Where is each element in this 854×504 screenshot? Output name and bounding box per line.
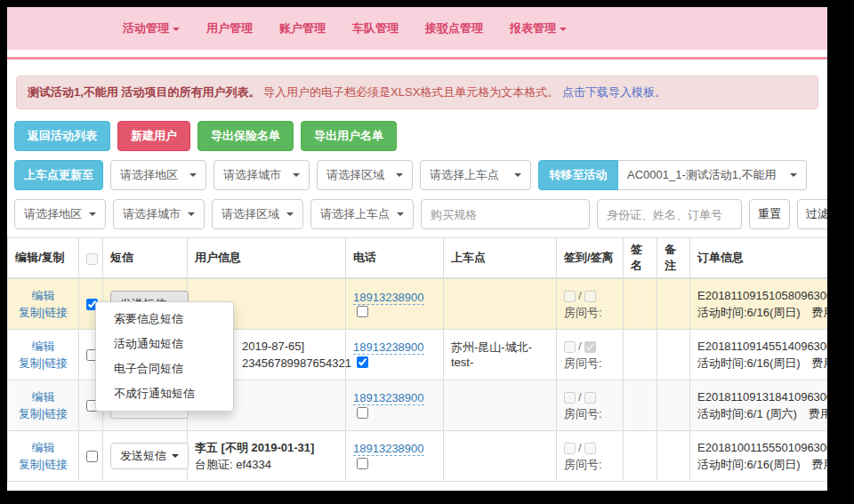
- phone-checkbox[interactable]: [357, 356, 368, 368]
- phone-link[interactable]: 18913238900: [353, 391, 424, 405]
- sign-in-checkbox: [564, 291, 576, 302]
- transfer-to-activity-button[interactable]: 转移至活动: [538, 160, 618, 190]
- phone-checkbox[interactable]: [357, 458, 368, 469]
- back-to-activity-list-button[interactable]: 返回活动列表: [14, 121, 110, 151]
- edit-link[interactable]: 编辑: [32, 390, 55, 404]
- sign-out-checkbox: [584, 341, 596, 353]
- pickup-point-cell: [444, 278, 557, 329]
- nav-report-management[interactable]: 报表管理: [510, 20, 567, 36]
- sms-dropdown-menu: 索要信息短信 活动通知短信 电子合同短信 不成行通知短信: [95, 301, 234, 412]
- purchase-spec-input[interactable]: [421, 199, 590, 229]
- region-select[interactable]: 请选择地区: [110, 160, 206, 190]
- export-user-list-button[interactable]: 导出用户名单: [301, 121, 397, 151]
- district-select[interactable]: 请选择区域: [317, 160, 413, 190]
- caret-down-icon: [89, 212, 96, 216]
- menu-item-trip-cancel-notice-sms[interactable]: 不成行通知短信: [96, 381, 233, 406]
- nav-label: 接驳点管理: [425, 21, 483, 35]
- region-filter-select[interactable]: 请选择地区: [14, 199, 106, 229]
- phone-link[interactable]: 18913238900: [353, 442, 424, 456]
- header-sms: 短信: [103, 238, 188, 279]
- table-header-row: 编辑/复制 短信 用户信息 电话 上车点 签到/签离 签名 备注 订单信息: [8, 238, 828, 279]
- select-value: 请选择地区: [120, 167, 178, 183]
- phone-link[interactable]: 18913238900: [353, 291, 424, 305]
- new-user-button[interactable]: 新建用户: [117, 121, 190, 151]
- send-sms-button[interactable]: 发送短信: [110, 443, 189, 469]
- room-number-label: 房间号:: [564, 304, 616, 321]
- order-activity-time: 活动时间:6/1 (周六) 费用类型: [697, 405, 827, 422]
- screenshot-frame: 活动管理 用户管理 账户管理 车队管理 接驳点管理 报表管理 测试活动1,不能用…: [0, 0, 854, 504]
- note-cell: [657, 430, 690, 481]
- phone-link[interactable]: 18913238900: [353, 340, 424, 355]
- caret-down-icon: [293, 173, 300, 177]
- send-sms-label: 发送短信: [120, 448, 166, 464]
- export-insurance-list-button[interactable]: 导出保险名单: [197, 121, 294, 151]
- room-number-label: 房间号:: [564, 456, 616, 473]
- nav-user-management[interactable]: 用户管理: [206, 20, 253, 36]
- caret-down-icon: [172, 454, 179, 458]
- order-number: E201811091510580963000025: [697, 287, 827, 304]
- signature-cell: [624, 430, 657, 481]
- download-template-link[interactable]: 点击下载导入模板。: [562, 85, 666, 99]
- sign-separator: /: [578, 441, 582, 454]
- row-checkbox[interactable]: [86, 451, 98, 462]
- copy-link[interactable]: 复制|链接: [19, 407, 68, 420]
- user-name: 李五 [不明 2019-01-31]: [195, 441, 314, 454]
- nav-activity-management[interactable]: 活动管理: [123, 20, 180, 36]
- sign-out-checkbox: [584, 443, 596, 454]
- caret-down-icon: [790, 173, 797, 177]
- select-value: 请选择地区: [24, 206, 82, 222]
- city-filter-select[interactable]: 请选择城市: [113, 199, 205, 229]
- note-cell: [657, 329, 690, 380]
- menu-item-request-info-sms[interactable]: 索要信息短信: [96, 307, 233, 332]
- phone-checkbox[interactable]: [357, 306, 368, 317]
- nav-label: 用户管理: [206, 21, 253, 35]
- sign-separator: /: [578, 340, 582, 353]
- phone-checkbox[interactable]: [357, 407, 368, 419]
- copy-link[interactable]: 复制|链接: [19, 458, 68, 471]
- signature-cell: [624, 278, 657, 329]
- copy-link[interactable]: 复制|链接: [19, 306, 68, 319]
- edit-link[interactable]: 编辑: [32, 289, 55, 302]
- search-filter-row: 请选择地区 请选择城市 请选择区域 请选择上车点 重置 过滤: [14, 199, 827, 229]
- header-pickup-point: 上车点: [444, 238, 557, 279]
- menu-item-activity-notice-sms[interactable]: 活动通知短信: [96, 332, 233, 356]
- district-filter-select[interactable]: 请选择区域: [212, 199, 303, 229]
- caret-down-icon: [396, 173, 403, 177]
- alert-title: 测试活动1,不能用 活动项目的所有用户列表。: [28, 85, 260, 99]
- search-input[interactable]: [597, 199, 742, 229]
- edit-link[interactable]: 编辑: [32, 340, 55, 353]
- transfer-to-activity-group: 转移至活动 AC0001_1-测试活动1,不能用: [538, 160, 807, 190]
- reset-button[interactable]: 重置: [749, 199, 790, 229]
- copy-link[interactable]: 复制|链接: [19, 356, 68, 370]
- alert-message: 导入用户的电子档必须是XLSX格式且单元格为文本格式。: [263, 85, 559, 99]
- nav-account-management[interactable]: 账户管理: [279, 20, 326, 36]
- navbar-divider: [7, 57, 827, 60]
- sign-out-checkbox: [584, 392, 596, 404]
- header-sign-in-out: 签到/签离: [557, 238, 624, 279]
- nav-fleet-management[interactable]: 车队管理: [352, 20, 399, 36]
- filter-button[interactable]: 过滤: [797, 199, 827, 229]
- edit-link[interactable]: 编辑: [32, 441, 55, 454]
- target-activity-select[interactable]: AC0001_1-测试活动1,不能用: [618, 160, 807, 190]
- room-number-label: 房间号:: [564, 405, 616, 422]
- nav-label: 账户管理: [279, 21, 326, 35]
- pagination-summary: 总计: 4 条,当前页: 1 / 1 页: [7, 482, 827, 492]
- select-all-checkbox[interactable]: [86, 253, 98, 265]
- caret-down-icon: [397, 212, 404, 216]
- pickup-update-filter-row: 上车点更新至 请选择地区 请选择城市 请选择区域 请选择上车点 转移至活动 AC…: [14, 160, 827, 190]
- update-pickup-point-button[interactable]: 上车点更新至: [14, 160, 103, 190]
- pickup-point-select[interactable]: 请选择上车点: [420, 160, 531, 190]
- menu-item-e-contract-sms[interactable]: 电子合同短信: [96, 356, 233, 381]
- nav-pickup-point-management[interactable]: 接驳点管理: [425, 20, 483, 36]
- pickup-point-filter-select[interactable]: 请选择上车点: [310, 199, 414, 229]
- pickup-point-cell: 苏州-昆山-城北-test-: [444, 329, 557, 380]
- pickup-point-cell: [444, 380, 557, 430]
- city-select[interactable]: 请选择城市: [214, 160, 310, 190]
- order-activity-time: 活动时间:6/16(周日) 费用类型: [697, 355, 827, 372]
- select-value: 请选择区域: [222, 206, 279, 222]
- select-value: 请选择区域: [326, 167, 384, 183]
- header-user-info: 用户信息: [188, 238, 346, 279]
- signature-cell: [624, 329, 657, 380]
- nav-label: 活动管理: [123, 21, 169, 35]
- sign-out-checkbox: [584, 291, 596, 302]
